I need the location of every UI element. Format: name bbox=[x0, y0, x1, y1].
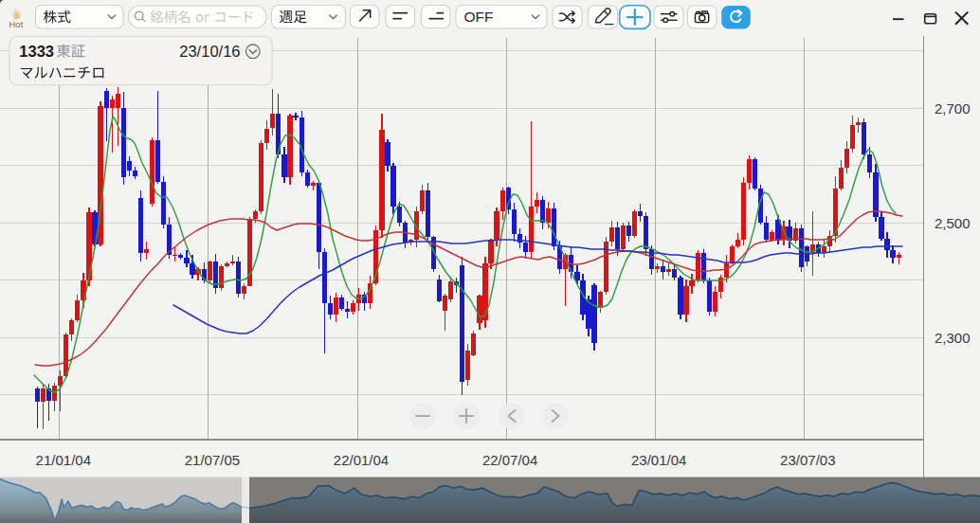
svg-text:1333: 1333 bbox=[19, 43, 54, 60]
svg-text:21/01/04: 21/01/04 bbox=[36, 452, 91, 468]
svg-text:2,500: 2,500 bbox=[935, 215, 971, 231]
svg-text:OFF: OFF bbox=[464, 9, 494, 25]
svg-text:2,700: 2,700 bbox=[935, 100, 971, 117]
svg-text:2,300: 2,300 bbox=[935, 330, 971, 346]
svg-text:Hot: Hot bbox=[9, 19, 24, 29]
svg-text:23/07/03: 23/07/03 bbox=[780, 452, 835, 468]
svg-text:21/07/05: 21/07/05 bbox=[185, 452, 240, 468]
svg-text:23/10/16: 23/10/16 bbox=[179, 43, 240, 60]
svg-text:22/07/04: 22/07/04 bbox=[482, 452, 537, 468]
svg-text:22/01/04: 22/01/04 bbox=[334, 452, 389, 468]
svg-text:23/01/04: 23/01/04 bbox=[631, 452, 686, 468]
